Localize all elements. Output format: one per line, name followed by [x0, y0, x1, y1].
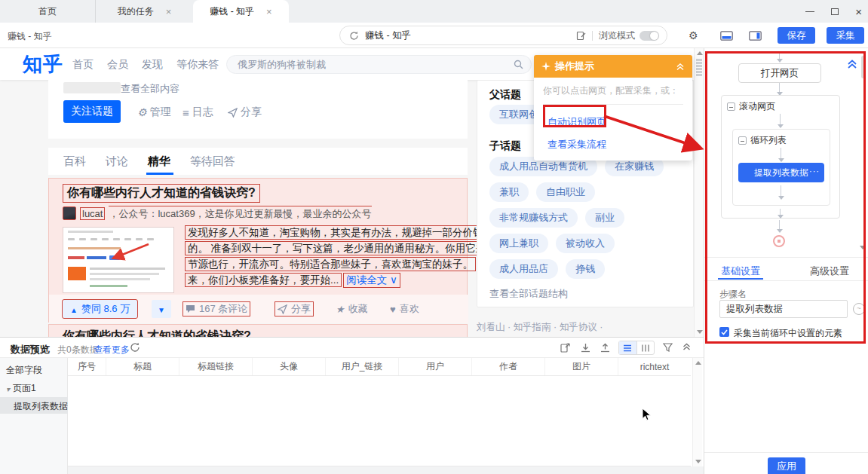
dock-bottom-panel-icon[interactable] — [720, 31, 733, 41]
zhihu-nav-answer[interactable]: 等你来答 — [176, 58, 219, 72]
next-article-card-clipped[interactable]: 你有哪些内行人才知道的省钱诀窍? — [48, 324, 468, 337]
zhihu-nav-home[interactable]: 首页 — [72, 58, 94, 72]
step-extract-data[interactable]: 提取列表数据 — [738, 163, 824, 182]
step-loop-list-label[interactable]: 循环列表 — [750, 134, 787, 147]
log-action[interactable]: 日志 — [182, 106, 213, 119]
collapse-minus-icon[interactable] — [738, 136, 747, 145]
column-header[interactable]: 标题 — [106, 358, 179, 375]
column-header[interactable]: 用户_链接 — [325, 358, 398, 375]
column-header[interactable]: 头像 — [252, 358, 325, 375]
search-icon[interactable] — [514, 60, 523, 69]
apply-button[interactable]: 应用 — [768, 457, 805, 474]
step-loop-list-group[interactable]: 循环列表 提取列表数据 — [732, 129, 830, 206]
column-view-toggle[interactable] — [637, 341, 655, 354]
author-name[interactable]: lucat — [80, 207, 105, 220]
scroll-down-arrow[interactable] — [697, 330, 703, 334]
article-thumbnail[interactable] — [63, 227, 174, 293]
step-scroll-page-group[interactable]: 滚动网页 循环列表 提取列表数据 — [721, 95, 840, 219]
like-button[interactable]: 喜欢 — [390, 302, 419, 316]
topic-pill[interactable]: 被动收入 — [556, 234, 615, 253]
column-header[interactable]: 序号 — [68, 358, 106, 375]
page-tree-item[interactable]: 页面1 — [6, 382, 36, 395]
step-open-page[interactable]: 打开网页 — [738, 63, 821, 83]
close-icon[interactable] — [855, 6, 862, 17]
column-header[interactable]: 图片 — [544, 358, 618, 375]
tab-discussion[interactable]: 讨论 — [106, 154, 128, 169]
save-button[interactable]: 保存 — [778, 27, 815, 44]
tab-my-tasks[interactable]: 我的任务 — [97, 0, 192, 23]
zhihu-search-box[interactable] — [226, 55, 532, 74]
next-article-title[interactable]: 你有哪些内行人才知道的省钱诀窍? — [63, 329, 251, 337]
tab-advanced-settings[interactable]: 高级设置 — [810, 265, 849, 278]
edit-step-name-icon[interactable] — [853, 303, 865, 315]
tab-highlights[interactable]: 精华 — [148, 154, 170, 169]
collect-button[interactable]: 采集 — [827, 27, 864, 44]
topic-pill[interactable]: 兼职 — [489, 182, 529, 202]
article-card-selected[interactable]: 你有哪些内行人才知道的省钱诀窍? lucat ，公众号：lucat369，这是你… — [48, 178, 468, 323]
settings-gear-icon[interactable] — [689, 29, 698, 41]
favorite-button[interactable]: 收藏 — [336, 302, 368, 316]
zhihu-search-input[interactable] — [238, 56, 509, 73]
list-view-toggle[interactable] — [619, 341, 637, 354]
filter-icon[interactable] — [662, 342, 673, 353]
upvote-button[interactable]: 赞同 8.6 万 — [63, 300, 137, 318]
tab-zhihu-active[interactable]: 赚钱 - 知乎 — [193, 0, 289, 23]
step-name-input[interactable] — [719, 300, 848, 318]
view-collect-flow-link[interactable]: 查看采集流程 — [547, 138, 683, 151]
collapse-minus-icon[interactable] — [727, 102, 735, 111]
collect-elements-checkbox[interactable] — [719, 327, 729, 337]
export-icon[interactable] — [560, 342, 571, 353]
upload-icon[interactable] — [600, 342, 611, 353]
topic-pill[interactable]: 副业 — [585, 208, 624, 228]
address-bar[interactable]: 赚钱 - 知乎 浏览模式 — [339, 26, 667, 45]
browse-mode-toggle[interactable] — [639, 31, 659, 41]
reload-icon[interactable] — [349, 31, 359, 41]
column-header[interactable]: richtext — [618, 358, 691, 375]
column-header[interactable]: 用户 — [398, 358, 471, 375]
topic-pill[interactable]: 网上兼职 — [489, 234, 548, 253]
dock-right-panel-icon[interactable] — [749, 31, 762, 41]
topic-pill[interactable]: 挣钱 — [566, 259, 605, 279]
horizontal-scroll-area[interactable] — [68, 466, 704, 474]
scroll-up-arrow[interactable] — [695, 361, 701, 365]
author-avatar[interactable] — [63, 206, 76, 220]
view-more-link[interactable]: 查看更多 — [94, 344, 130, 356]
comments-button[interactable]: 167 条评论 — [183, 302, 250, 316]
close-tab-icon[interactable] — [266, 6, 272, 17]
article-title[interactable]: 你有哪些内行人才知道的省钱诀窍? — [63, 184, 260, 203]
page-scrollbar[interactable] — [694, 48, 704, 337]
table-scrollbar[interactable] — [692, 358, 702, 466]
topic-pill[interactable]: 成人用品店 — [489, 259, 558, 279]
auto-detect-page-link[interactable]: 自动识别网页 — [547, 115, 606, 129]
collapse-workflow-icon[interactable] — [846, 59, 858, 69]
scroll-up-arrow[interactable] — [697, 51, 703, 55]
tab-waiting-answer[interactable]: 等待回答 — [190, 154, 235, 169]
minimize-icon[interactable] — [805, 11, 814, 12]
refresh-icon[interactable] — [130, 342, 140, 353]
collapse-panel-icon[interactable] — [682, 342, 692, 351]
share-button[interactable]: 分享 — [275, 302, 313, 316]
page-edit-icon[interactable] — [576, 31, 586, 41]
tree-caret-icon[interactable] — [6, 384, 10, 394]
workflow-scroll-down-arrow[interactable] — [860, 246, 866, 249]
scrollbar-thumb[interactable] — [696, 58, 702, 76]
column-header[interactable]: 标题链接 — [179, 358, 252, 375]
view-all-content-link[interactable]: 查看全部内容 — [121, 82, 179, 96]
topic-pill[interactable]: 非常规赚钱方式 — [489, 208, 578, 228]
zhihu-footer-links[interactable]: 刘看山 · 知乎指南 · 知乎协议 · — [477, 321, 603, 334]
more-options-icon[interactable] — [809, 167, 820, 176]
view-topic-structure-link[interactable]: 查看全部话题结构 — [489, 287, 568, 301]
downvote-button[interactable] — [152, 300, 171, 318]
zhihu-nav-member[interactable]: 会员 — [107, 58, 128, 72]
zhihu-nav-discover[interactable]: 发现 — [142, 58, 163, 72]
read-more-link[interactable]: 阅读全文 ∨ — [343, 273, 400, 288]
scroll-down-arrow[interactable] — [695, 460, 701, 463]
topic-pill[interactable]: 自由职业 — [536, 182, 595, 202]
step-scroll-page-label[interactable]: 滚动网页 — [739, 100, 775, 113]
tab-baike[interactable]: 百科 — [63, 154, 86, 169]
column-header[interactable]: 作者 — [471, 358, 544, 375]
collapse-chevrons-icon[interactable] — [676, 63, 685, 71]
download-icon[interactable] — [580, 342, 591, 353]
close-tab-icon[interactable] — [166, 6, 172, 17]
extract-node-item-selected[interactable]: 提取列表数据 — [0, 397, 68, 414]
